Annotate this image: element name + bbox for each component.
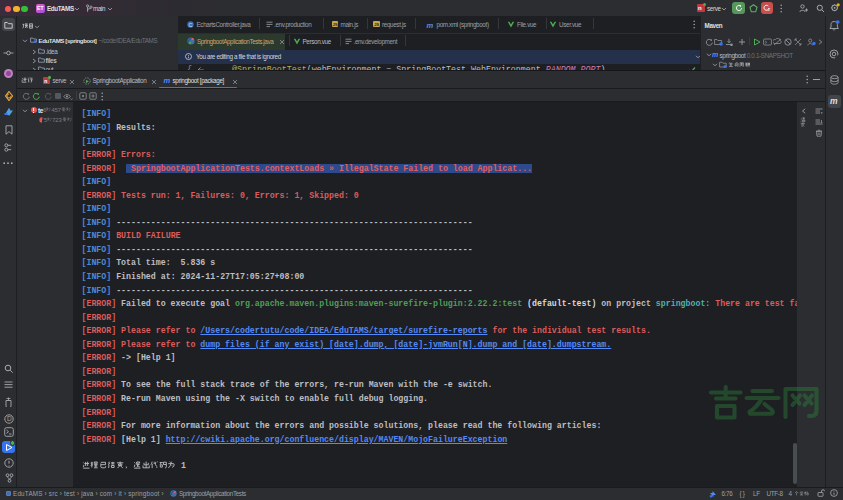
svg-text:2: 2 <box>768 9 770 13</box>
svg-text:C: C <box>189 21 193 27</box>
svg-text:D: D <box>7 415 12 422</box>
